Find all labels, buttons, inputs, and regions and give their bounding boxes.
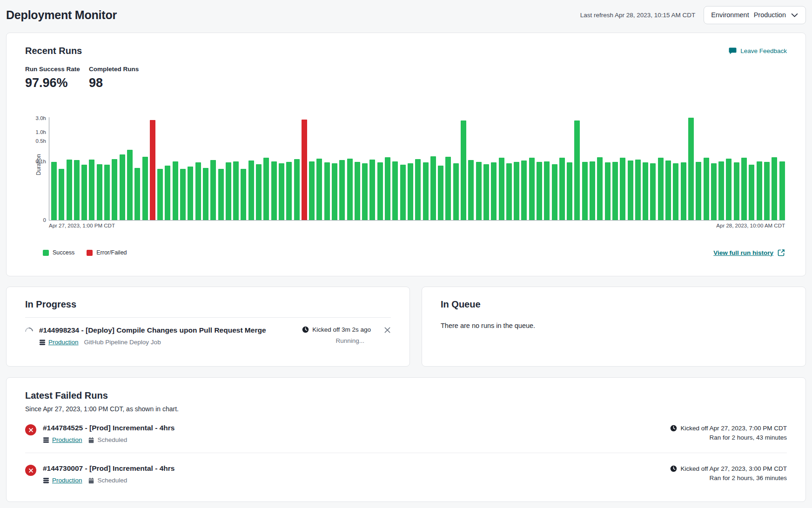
chart-bar-success[interactable] bbox=[355, 162, 360, 220]
leave-feedback-link[interactable]: Leave Feedback bbox=[729, 47, 787, 55]
chart-bar-success[interactable] bbox=[316, 159, 322, 221]
chart-bar-success[interactable] bbox=[749, 165, 754, 220]
chart-bar-success[interactable] bbox=[142, 157, 148, 220]
chart-bar-success[interactable] bbox=[491, 162, 497, 220]
chart-bar-success[interactable] bbox=[673, 163, 678, 220]
view-full-run-history-link[interactable]: View full run history bbox=[713, 249, 785, 256]
chart-bar-success[interactable] bbox=[248, 160, 254, 220]
chart-bar-success[interactable] bbox=[506, 163, 512, 220]
chart-bar-success[interactable] bbox=[112, 159, 117, 220]
chart-bar-success[interactable] bbox=[347, 159, 353, 221]
chart-bar-success[interactable] bbox=[643, 162, 648, 220]
chart-bar-success[interactable] bbox=[233, 161, 239, 220]
chart-bar-success[interactable] bbox=[658, 158, 664, 220]
chart-bar-success[interactable] bbox=[59, 169, 64, 220]
chart-bar-success[interactable] bbox=[263, 158, 269, 220]
chart-bar-success[interactable] bbox=[779, 161, 785, 220]
chart-bar-success[interactable] bbox=[650, 163, 656, 220]
environment-link[interactable]: Production bbox=[39, 339, 79, 346]
chart-bar-success[interactable] bbox=[127, 150, 133, 220]
chart-bar-success[interactable] bbox=[590, 161, 595, 220]
chart-bar-success[interactable] bbox=[226, 162, 231, 220]
chart-bar-success[interactable] bbox=[423, 162, 429, 220]
chart-bar-success[interactable] bbox=[537, 162, 542, 220]
chart-bar-success[interactable] bbox=[173, 161, 178, 220]
chart-bar-success[interactable] bbox=[764, 162, 770, 220]
chart-bar-success[interactable] bbox=[324, 162, 330, 220]
environment-link[interactable]: Production bbox=[43, 436, 82, 443]
chart-bar-success[interactable] bbox=[256, 164, 262, 220]
chart-bar-success[interactable] bbox=[89, 160, 94, 220]
chart-bar-success[interactable] bbox=[597, 157, 603, 220]
chart-bar-success[interactable] bbox=[757, 161, 762, 220]
chart-bar-success[interactable] bbox=[665, 160, 671, 220]
dismiss-run-button[interactable] bbox=[384, 327, 391, 335]
chart-bar-success[interactable] bbox=[188, 167, 193, 220]
chart-bar-success[interactable] bbox=[620, 158, 625, 220]
chart-bar-success[interactable] bbox=[67, 160, 72, 220]
chart-bar-success[interactable] bbox=[279, 163, 284, 220]
chart-bar-success[interactable] bbox=[734, 162, 739, 220]
chart-bar-success[interactable] bbox=[180, 169, 186, 220]
chart-bar-success[interactable] bbox=[696, 162, 701, 220]
chart-bar-success[interactable] bbox=[741, 158, 747, 220]
chart-bar-success[interactable] bbox=[294, 159, 300, 220]
chart-bar-success[interactable] bbox=[711, 163, 717, 220]
chart-bar-success[interactable] bbox=[628, 160, 633, 220]
chart-bar-success[interactable] bbox=[499, 158, 504, 220]
chart-bar-success[interactable] bbox=[476, 162, 482, 220]
chart-bar-success[interactable] bbox=[362, 163, 368, 220]
chart-bar-success[interactable] bbox=[430, 156, 436, 220]
chart-bar-success[interactable] bbox=[718, 161, 724, 220]
environment-link[interactable]: Production bbox=[43, 477, 82, 484]
chart-bar-success[interactable] bbox=[544, 161, 550, 220]
chart-bar-success[interactable] bbox=[408, 163, 413, 220]
chart-bar-success[interactable] bbox=[195, 162, 201, 220]
chart-bar-success[interactable] bbox=[271, 161, 277, 220]
chart-bar-success[interactable] bbox=[134, 168, 140, 221]
chart-bar-success[interactable] bbox=[772, 157, 777, 220]
chart-bar-success[interactable] bbox=[529, 158, 535, 220]
environment-dropdown[interactable]: Environment Production bbox=[704, 6, 806, 24]
chart-bar-success[interactable] bbox=[120, 154, 125, 220]
chart-bar-success[interactable] bbox=[704, 158, 709, 220]
chart-bar-success[interactable] bbox=[635, 160, 641, 220]
chart-bar-success[interactable] bbox=[241, 169, 246, 220]
chart-bar-success[interactable] bbox=[392, 161, 398, 220]
chart-bar-success[interactable] bbox=[681, 162, 686, 220]
chart-bar-success[interactable] bbox=[726, 159, 731, 221]
chart-bar-success[interactable] bbox=[309, 161, 315, 220]
chart-bar-success[interactable] bbox=[438, 166, 443, 220]
chart-bar-success[interactable] bbox=[445, 157, 451, 220]
chart-bar-success[interactable] bbox=[377, 162, 383, 220]
chart-bar-success[interactable] bbox=[332, 163, 337, 220]
chart-bar-success[interactable] bbox=[612, 162, 618, 220]
chart-bar-failed[interactable] bbox=[302, 120, 307, 220]
chart-bar-success[interactable] bbox=[483, 164, 489, 220]
chart-bar-success[interactable] bbox=[51, 162, 57, 220]
chart-bar-success[interactable] bbox=[582, 162, 588, 220]
chart-bar-success[interactable] bbox=[81, 165, 87, 220]
chart-bar-success[interactable] bbox=[203, 168, 208, 221]
chart-bar-success[interactable] bbox=[165, 166, 170, 220]
chart-bar-success[interactable] bbox=[688, 118, 694, 220]
chart-bar-success[interactable] bbox=[514, 162, 519, 220]
chart-bar-success[interactable] bbox=[567, 162, 572, 220]
chart-bar-success[interactable] bbox=[605, 162, 611, 220]
chart-bar-success[interactable] bbox=[468, 160, 474, 220]
chart-bar-success[interactable] bbox=[339, 160, 345, 220]
chart-bar-success[interactable] bbox=[461, 120, 466, 220]
chart-bar-success[interactable] bbox=[453, 163, 459, 220]
chart-bar-success[interactable] bbox=[104, 165, 110, 220]
chart-bar-failed[interactable] bbox=[150, 120, 155, 220]
chart-bar-success[interactable] bbox=[385, 157, 390, 220]
chart-bar-success[interactable] bbox=[74, 160, 80, 220]
chart-bar-success[interactable] bbox=[210, 160, 216, 220]
chart-bar-success[interactable] bbox=[97, 164, 102, 220]
chart-bar-success[interactable] bbox=[521, 160, 527, 220]
chart-bar-success[interactable] bbox=[574, 120, 580, 220]
chart-bar-success[interactable] bbox=[559, 158, 565, 220]
chart-bar-success[interactable] bbox=[286, 162, 292, 220]
chart-bar-success[interactable] bbox=[157, 169, 163, 220]
chart-bar-success[interactable] bbox=[400, 165, 406, 220]
